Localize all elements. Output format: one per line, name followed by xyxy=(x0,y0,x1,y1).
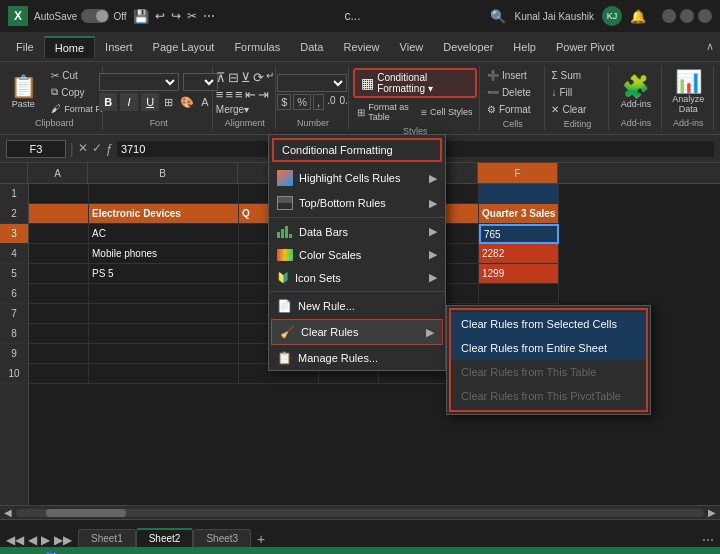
data-bars-item[interactable]: Data Bars ▶ xyxy=(269,220,445,243)
tab-insert[interactable]: Insert xyxy=(95,37,143,57)
cell-a2[interactable] xyxy=(29,204,89,224)
cell-styles-button[interactable]: ≡ Cell Styles xyxy=(417,100,477,124)
cut-icon[interactable]: ✂ xyxy=(187,9,197,23)
cell-b1[interactable] xyxy=(89,184,239,204)
decimal-increase-button[interactable]: .0 xyxy=(326,94,336,110)
cell-f3[interactable]: 765 xyxy=(479,224,559,244)
cell-a4[interactable] xyxy=(29,244,89,264)
topbottom-rules-item[interactable]: Top/Bottom Rules ▶ xyxy=(269,191,445,215)
scroll-left-icon[interactable]: ◀ xyxy=(4,507,12,518)
maximize-button[interactable] xyxy=(680,9,694,23)
cancel-formula-icon[interactable]: ✕ xyxy=(78,141,88,156)
cell-b6[interactable] xyxy=(89,284,239,304)
confirm-formula-icon[interactable]: ✓ xyxy=(92,141,102,156)
clear-rules-submenu[interactable]: Clear Rules from Selected Cells Clear Ru… xyxy=(446,305,651,415)
tab-review[interactable]: Review xyxy=(333,37,389,57)
font-family-select[interactable] xyxy=(99,73,179,91)
undo-icon[interactable]: ↩ xyxy=(155,9,165,23)
border-button[interactable]: ⊞ xyxy=(162,94,175,111)
analyze-button[interactable]: 📊 AnalyzeData xyxy=(666,69,710,116)
tab-data[interactable]: Data xyxy=(290,37,333,57)
cell-b10[interactable] xyxy=(89,364,239,384)
cell-a3[interactable] xyxy=(29,224,89,244)
scrollbar-thumb[interactable] xyxy=(46,509,126,517)
cell-b3[interactable]: AC xyxy=(89,224,239,244)
manage-rules-item[interactable]: 📋 Manage Rules... xyxy=(269,346,445,370)
format-as-table-button[interactable]: ⊞ Format as Table xyxy=(353,100,413,124)
sheet-nav-prev[interactable]: ◀ xyxy=(28,533,37,547)
icon-sets-item[interactable]: 🔰 Icon Sets ▶ xyxy=(269,266,445,289)
cell-b8[interactable] xyxy=(89,324,239,344)
indent-increase-button[interactable]: ⇥ xyxy=(258,87,269,102)
percent-button[interactable]: % xyxy=(293,94,311,110)
align-center-button[interactable]: ≡ xyxy=(225,87,233,102)
fill-color-button[interactable]: 🎨 xyxy=(178,94,196,111)
minimize-button[interactable] xyxy=(662,9,676,23)
sheet-tab-sheet3[interactable]: Sheet3 xyxy=(193,529,251,547)
align-right-button[interactable]: ≡ xyxy=(235,87,243,102)
cell-b5[interactable]: PS 5 xyxy=(89,264,239,284)
autosum-button[interactable]: Σ Sum xyxy=(547,68,607,83)
tab-home[interactable]: Home xyxy=(44,36,95,58)
save-icon[interactable]: 💾 xyxy=(133,9,149,24)
sheet-tab-sheet1[interactable]: Sheet1 xyxy=(78,529,136,547)
cell-b4[interactable]: Mobile phones xyxy=(89,244,239,264)
tab-view[interactable]: View xyxy=(390,37,434,57)
autosave-toggle[interactable] xyxy=(81,9,109,23)
font-color-button[interactable]: A xyxy=(199,94,210,110)
align-bottom-button[interactable]: ⊻ xyxy=(241,70,251,85)
ribbon-collapse-icon[interactable]: ∧ xyxy=(706,40,714,53)
color-scales-item[interactable]: Color Scales ▶ xyxy=(269,243,445,266)
cell-f2[interactable]: Quarter 3 Sales xyxy=(479,204,559,224)
merge-center-button[interactable]: Merge▾ xyxy=(216,104,249,115)
close-button[interactable] xyxy=(698,9,712,23)
decimal-decrease-button[interactable]: 0. xyxy=(339,94,349,110)
cell-f1[interactable] xyxy=(479,184,559,204)
cell-f5[interactable]: 1299 xyxy=(479,264,559,284)
orientation-button[interactable]: ⟳ xyxy=(253,70,264,85)
wrap-text-button[interactable]: ↵ xyxy=(266,70,274,85)
cf-dropdown-menu[interactable]: Conditional Formatting Highlight Cells R… xyxy=(268,134,446,371)
sheet-options-icon[interactable]: ⋯ xyxy=(702,533,714,547)
clear-entire-sheet-item[interactable]: Clear Rules from Entire Sheet xyxy=(451,336,646,360)
cell-b7[interactable] xyxy=(89,304,239,324)
clear-button[interactable]: ✕ Clear xyxy=(547,102,607,117)
cell-a6[interactable] xyxy=(29,284,89,304)
redo-icon[interactable]: ↪ xyxy=(171,9,181,23)
sheet-nav-last[interactable]: ▶▶ xyxy=(54,533,72,547)
bell-icon[interactable]: 🔔 xyxy=(630,9,646,24)
italic-button[interactable]: I xyxy=(120,93,138,111)
clear-rules-item[interactable]: 🧹 Clear Rules ▶ xyxy=(271,319,443,345)
cell-a7[interactable] xyxy=(29,304,89,324)
align-top-button[interactable]: ⊼ xyxy=(216,70,226,85)
sheet-tab-sheet2[interactable]: Sheet2 xyxy=(136,528,194,547)
paste-button[interactable]: 📋 Paste xyxy=(1,74,45,111)
tab-page-layout[interactable]: Page Layout xyxy=(143,37,225,57)
conditional-formatting-button[interactable]: ▦ Conditional Formatting ▾ xyxy=(353,68,477,98)
tab-help[interactable]: Help xyxy=(503,37,546,57)
cell-b2[interactable]: Electronic Devices xyxy=(89,204,239,224)
tab-developer[interactable]: Developer xyxy=(433,37,503,57)
cell-a1[interactable] xyxy=(29,184,89,204)
format-cells-button[interactable]: ⚙ Format xyxy=(483,102,543,117)
insert-cells-button[interactable]: ➕ Insert xyxy=(483,68,543,83)
cell-a10[interactable] xyxy=(29,364,89,384)
cell-f4[interactable]: 2282 xyxy=(479,244,559,264)
highlight-cells-rules-item[interactable]: Highlight Cells Rules ▶ xyxy=(269,165,445,191)
tab-file[interactable]: File xyxy=(6,37,44,57)
add-sheet-button[interactable]: + xyxy=(251,531,271,547)
number-format-select[interactable] xyxy=(277,74,347,92)
cell-a9[interactable] xyxy=(29,344,89,364)
new-rule-item[interactable]: 📄 New Rule... xyxy=(269,294,445,318)
search-icon[interactable]: 🔍 xyxy=(490,9,506,24)
tab-power-pivot[interactable]: Power Pivot xyxy=(546,37,625,57)
comma-button[interactable]: , xyxy=(313,94,324,110)
delete-cells-button[interactable]: ➖ Delete xyxy=(483,85,543,100)
scroll-right-icon[interactable]: ▶ xyxy=(708,507,716,518)
align-left-button[interactable]: ≡ xyxy=(216,87,224,102)
cell-a8[interactable] xyxy=(29,324,89,344)
tab-formulas[interactable]: Formulas xyxy=(224,37,290,57)
underline-button[interactable]: U xyxy=(141,93,159,111)
fill-button[interactable]: ↓ Fill xyxy=(547,85,607,100)
cell-b9[interactable] xyxy=(89,344,239,364)
